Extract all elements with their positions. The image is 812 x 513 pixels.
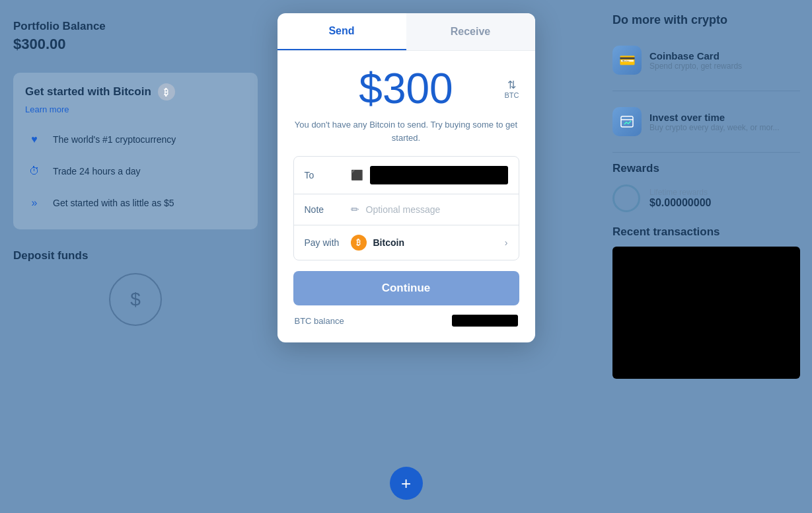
form-fields: To ⬛ Note ✏ Optional message Pay with ₿ … bbox=[293, 156, 519, 260]
currency-label: BTC bbox=[505, 91, 519, 99]
amount-value: $300 bbox=[359, 65, 453, 112]
to-row: To ⬛ bbox=[294, 157, 519, 194]
to-input-redacted[interactable] bbox=[370, 166, 508, 184]
address-book-icon: ⬛ bbox=[351, 169, 363, 181]
note-row: Note ✏ Optional message bbox=[294, 194, 519, 225]
send-receive-modal: Send Receive $300 ⇅ BTC You don't have a… bbox=[277, 13, 535, 342]
modal-body: $300 ⇅ BTC You don't have any Bitcoin to… bbox=[277, 51, 535, 342]
pay-with-label: Pay with bbox=[305, 237, 344, 248]
btc-balance-redacted bbox=[452, 315, 518, 327]
note-placeholder[interactable]: Optional message bbox=[366, 204, 441, 215]
pay-with-row[interactable]: Pay with ₿ Bitcoin › bbox=[294, 225, 519, 260]
toggle-arrows-icon: ⇅ bbox=[507, 79, 516, 91]
modal-overlay: Send Receive $300 ⇅ BTC You don't have a… bbox=[0, 0, 812, 513]
continue-button[interactable]: Continue bbox=[293, 271, 519, 305]
amount-display: $300 ⇅ BTC bbox=[293, 64, 519, 113]
tab-send[interactable]: Send bbox=[277, 13, 406, 50]
btc-balance-row: BTC balance bbox=[293, 315, 519, 327]
chevron-right-icon: › bbox=[505, 237, 508, 248]
currency-toggle[interactable]: ⇅ BTC bbox=[505, 79, 519, 99]
bitcoin-icon: ₿ bbox=[351, 235, 367, 251]
btc-balance-label: BTC balance bbox=[295, 316, 344, 326]
note-label: Note bbox=[305, 204, 344, 215]
to-label: To bbox=[305, 170, 344, 180]
pencil-icon: ✏ bbox=[351, 204, 359, 216]
modal-tabs: Send Receive bbox=[277, 13, 535, 51]
tab-receive[interactable]: Receive bbox=[406, 13, 535, 50]
warning-text: You don't have any Bitcoin to send. Try … bbox=[293, 118, 519, 144]
bitcoin-name: Bitcoin bbox=[373, 237, 498, 248]
